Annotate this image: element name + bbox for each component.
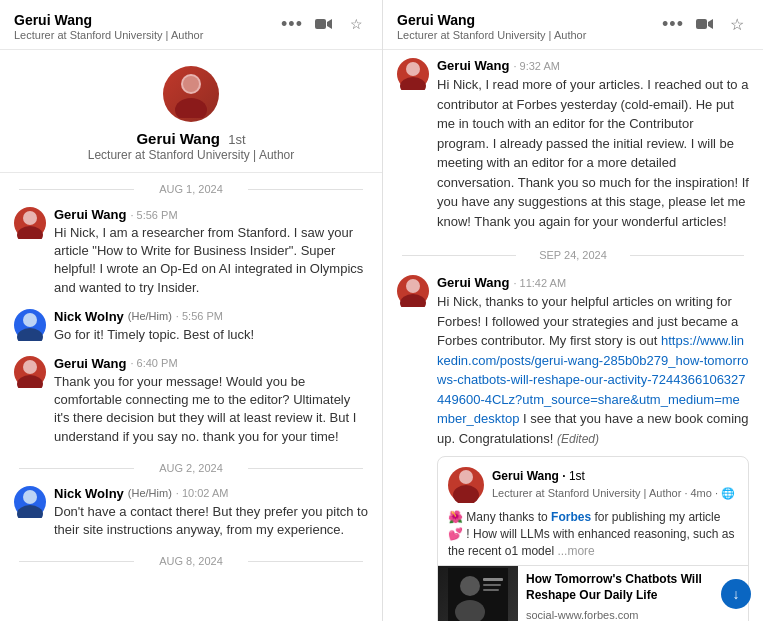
article-card[interactable]: How Tomorrow's Chatbots Will Reshape Our… [438, 565, 748, 621]
msg-pronoun: (He/Him) [128, 487, 172, 499]
right-header-icons: ••• ☆ [661, 12, 749, 36]
msg-sender-name: Gerui Wang [437, 58, 509, 73]
date-aug2: AUG 2, 2024 [0, 462, 382, 474]
date-aug1: AUG 1, 2024 [0, 183, 382, 195]
profile-section: Gerui Wang 1st Lecturer at Stanford Univ… [0, 50, 382, 173]
msg-sender-name: Gerui Wang [54, 356, 126, 371]
shared-post-meta: Lecturer at Stanford University | Author… [492, 485, 738, 502]
svg-point-13 [406, 62, 420, 76]
star-icon[interactable]: ☆ [344, 12, 368, 36]
left-header: Gerui Wang Lecturer at Stanford Universi… [0, 0, 382, 50]
msg-sender-name: Gerui Wang [54, 207, 126, 222]
right-msg-content: Gerui Wang · 9:32 AM Hi Nick, I read mor… [437, 58, 749, 231]
message-group: Gerui Wang · 5:56 PM Hi Nick, I am a res… [0, 201, 382, 303]
article-title: How Tomorrow's Chatbots Will Reshape Our… [526, 572, 740, 603]
svg-rect-12 [696, 19, 707, 29]
msg-text: Go for it! Timely topic. Best of luck! [54, 326, 368, 344]
left-header-icons: ••• ☆ [280, 12, 368, 36]
svg-point-5 [17, 226, 43, 239]
shared-post-name: Gerui Wang · 1st [492, 467, 738, 485]
nick-avatar [14, 309, 46, 341]
star-icon[interactable]: ☆ [725, 12, 749, 36]
msg-sender-name: Nick Wolny [54, 309, 124, 324]
forbes-link[interactable]: Forbes [551, 510, 591, 524]
profile-sub: Lecturer at Stanford University | Author [88, 148, 295, 162]
profile-avatar [163, 66, 219, 122]
right-header-sub: Lecturer at Stanford University | Author [397, 29, 586, 41]
shared-post-text: 🌺 Many thanks to Forbes for publishing m… [438, 509, 748, 565]
svg-point-10 [23, 490, 37, 504]
svg-point-2 [175, 98, 207, 118]
right-header-name: Gerui Wang [397, 12, 586, 28]
right-message-group-2: Gerui Wang · 11:42 AM Hi Nick, thanks to… [383, 267, 763, 621]
svg-point-14 [400, 77, 426, 90]
video-call-icon[interactable] [693, 12, 717, 36]
svg-point-3 [183, 76, 199, 92]
left-panel: Gerui Wang Lecturer at Stanford Universi… [0, 0, 383, 621]
msg-sender-name: Gerui Wang [437, 275, 509, 290]
right-header-info: Gerui Wang Lecturer at Stanford Universi… [397, 12, 586, 41]
shared-post-avatar [448, 467, 484, 503]
article-source: social-www.forbes.com [526, 607, 740, 621]
date-aug8: AUG 8, 2024 [0, 555, 382, 567]
message-group: Nick Wolny (He/Him) · 5:56 PM Go for it!… [0, 303, 382, 350]
profile-name: Gerui Wang 1st [136, 130, 245, 147]
article-info: How Tomorrow's Chatbots Will Reshape Our… [518, 566, 748, 621]
message-group: Gerui Wang · 6:40 PM Thank you for your … [0, 350, 382, 452]
message-group: Nick Wolny (He/Him) · 10:02 AM Don't hav… [0, 480, 382, 545]
shared-post-info: Gerui Wang · 1st Lecturer at Stanford Un… [492, 467, 738, 502]
svg-point-9 [17, 375, 43, 388]
left-header-sub: Lecturer at Stanford University | Author [14, 29, 203, 41]
svg-point-4 [23, 211, 37, 225]
msg-text: Thank you for your message! Would you be… [54, 373, 368, 446]
gerui-avatar [14, 356, 46, 388]
svg-point-8 [23, 360, 37, 374]
msg-time: · 6:40 PM [130, 357, 177, 369]
svg-point-18 [453, 485, 479, 503]
msg-time: · 9:32 AM [513, 60, 559, 72]
msg-time: · 10:02 AM [176, 487, 229, 499]
msg-pronoun: (He/Him) [128, 310, 172, 322]
right-msg-content-2: Gerui Wang · 11:42 AM Hi Nick, thanks to… [437, 275, 749, 621]
right-message-group: Gerui Wang · 9:32 AM Hi Nick, I read mor… [383, 50, 763, 239]
right-header: Gerui Wang Lecturer at Stanford Universi… [383, 0, 763, 50]
more-options-icon[interactable]: ••• [280, 12, 304, 36]
left-header-name: Gerui Wang [14, 12, 203, 28]
msg-content: Nick Wolny (He/Him) · 5:56 PM Go for it!… [54, 309, 368, 344]
svg-point-11 [17, 505, 43, 518]
download-button[interactable]: ↓ [721, 579, 751, 609]
shared-post-card: Gerui Wang · 1st Lecturer at Stanford Un… [437, 456, 749, 621]
svg-point-7 [17, 328, 43, 341]
gerui-avatar-right-2 [397, 275, 429, 307]
svg-point-20 [460, 576, 480, 596]
messages-area[interactable]: AUG 1, 2024 Gerui Wang · 5:56 PM Hi Nick… [0, 173, 382, 621]
right-msg-text-2: Hi Nick, thanks to your helpful articles… [437, 292, 749, 621]
svg-rect-22 [483, 578, 503, 581]
right-messages-area[interactable]: Gerui Wang · 9:32 AM Hi Nick, I read mor… [383, 50, 763, 621]
video-call-icon[interactable] [312, 12, 336, 36]
msg-time: · 11:42 AM [513, 277, 566, 289]
edited-tag: (Edited) [557, 432, 599, 446]
svg-point-16 [400, 294, 426, 307]
nick-avatar [14, 486, 46, 518]
more-link[interactable]: ...more [557, 544, 594, 558]
svg-rect-0 [315, 19, 326, 29]
msg-time: · 5:56 PM [130, 209, 177, 221]
article-link[interactable]: https://www.linkedin.com/posts/gerui-wan… [437, 333, 748, 426]
more-options-icon[interactable]: ••• [661, 12, 685, 36]
right-msg-text: Hi Nick, I read more of your articles. I… [437, 75, 749, 231]
msg-sender-name: Nick Wolny [54, 486, 124, 501]
gerui-avatar-right [397, 58, 429, 90]
shared-post-header: Gerui Wang · 1st Lecturer at Stanford Un… [438, 457, 748, 509]
svg-rect-23 [483, 584, 501, 586]
svg-point-15 [406, 279, 420, 293]
svg-point-6 [23, 313, 37, 327]
msg-content: Gerui Wang · 6:40 PM Thank you for your … [54, 356, 368, 446]
msg-text: Don't have a contact there! But they pre… [54, 503, 368, 539]
right-panel: Gerui Wang Lecturer at Stanford Universi… [383, 0, 763, 621]
msg-content: Gerui Wang · 5:56 PM Hi Nick, I am a res… [54, 207, 368, 297]
msg-content: Nick Wolny (He/Him) · 10:02 AM Don't hav… [54, 486, 368, 539]
gerui-avatar [14, 207, 46, 239]
date-sep24: SEP 24, 2024 [383, 249, 763, 261]
msg-text: Hi Nick, I am a researcher from Stanford… [54, 224, 368, 297]
